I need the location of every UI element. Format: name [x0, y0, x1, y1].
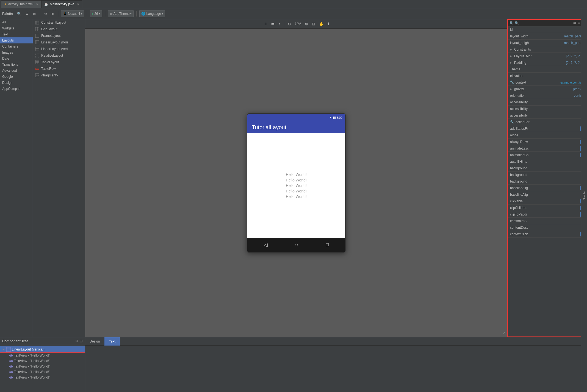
sidebar-item-widgets[interactable]: Widgets: [0, 25, 33, 31]
tree-item-label: TextView - "Hello World!": [14, 376, 50, 379]
nav-back-button[interactable]: ◁: [264, 242, 268, 248]
language-dropdown[interactable]: 🌐 Language ▾: [139, 10, 165, 17]
prop-row: Theme: [508, 66, 586, 73]
bottom-tabs-area: Design Text: [85, 337, 587, 392]
search-gear-button[interactable]: ⚙: [577, 21, 581, 25]
hello-text-3: Hello World!: [286, 183, 307, 188]
settings-button[interactable]: ⚙: [24, 10, 30, 17]
resize-handle[interactable]: ↙: [502, 330, 506, 335]
search-settings-button[interactable]: ⇄: [573, 21, 576, 25]
tab-close-btn[interactable]: ✕: [36, 3, 38, 6]
list-item[interactable]: </> <fragment>: [33, 72, 85, 79]
sidebar-item-text[interactable]: Text: [0, 31, 33, 37]
sidebar-item-advanced[interactable]: Advanced: [0, 68, 33, 74]
tree-settings-btn[interactable]: ⚙: [75, 339, 79, 343]
tab-mainactivity[interactable]: ☕ MainActivity.java ✕: [41, 0, 82, 8]
list-item[interactable]: TableLayout: [33, 59, 85, 65]
svg-rect-9: [35, 40, 39, 44]
sidebar-item-images[interactable]: Images: [0, 49, 33, 56]
expand-icon[interactable]: ▶: [510, 61, 512, 64]
separator-5: [136, 11, 137, 16]
nav-recents-button[interactable]: □: [326, 242, 329, 248]
prop-row: alpha: [508, 132, 586, 139]
pause-button[interactable]: ⏸: [262, 21, 269, 27]
tree-item-tv1[interactable]: Ab TextView - "Hello World!": [0, 353, 85, 358]
list-item[interactable]: ConstraintLayout: [33, 19, 85, 26]
theme-button[interactable]: ◈: [50, 10, 55, 17]
prop-name-contentdesc: contentDesc: [510, 226, 584, 230]
zoom-in-button[interactable]: ⊕: [303, 21, 309, 27]
fit-button[interactable]: ⊡: [311, 21, 317, 27]
theme-label: AppTheme: [113, 12, 130, 16]
tree-arrow-icon: ▼: [2, 348, 5, 351]
pan-button[interactable]: ✋: [318, 21, 325, 27]
sidebar-item-layouts[interactable]: Layouts: [0, 37, 33, 43]
tree-item-tv2[interactable]: Ab TextView - "Hello World!": [0, 358, 85, 364]
expand-icon[interactable]: ▶: [510, 48, 512, 51]
expand-button[interactable]: ⊞: [32, 10, 37, 17]
list-item[interactable]: RelativeLayout: [33, 52, 85, 59]
prop-name-contextclick: contextClick: [510, 232, 580, 236]
item-label: GridLayout: [41, 27, 57, 31]
list-item[interactable]: GridLayout: [33, 26, 85, 32]
device-dropdown[interactable]: 📱 Nexus 4 ▾: [61, 10, 84, 17]
zoom-out-button[interactable]: ⊖: [286, 21, 292, 27]
java-icon: ☕: [44, 2, 48, 6]
tab-activity-main[interactable]: ✦ activity_main.xml ✕: [1, 0, 41, 8]
tab-design[interactable]: Design: [85, 337, 104, 346]
tree-expand-btn[interactable]: ⊞: [80, 339, 83, 343]
prop-name-id: id: [510, 28, 584, 32]
prop-value-context[interactable]: example.com.tuto: [560, 81, 584, 84]
ab-icon: Ab: [9, 370, 13, 374]
ab-icon: Ab: [9, 376, 13, 379]
sidebar-item-date[interactable]: Date: [0, 56, 33, 62]
tree-item-root[interactable]: ▼ LinearLayout (vertical): [0, 346, 85, 353]
grid-icon: [35, 27, 40, 31]
gradle-side-panel[interactable]: Gradle: [581, 8, 587, 384]
properties-list: id layout_width match_parent layout_heig…: [508, 26, 586, 336]
swap-button[interactable]: ⇄: [270, 21, 276, 27]
info-button[interactable]: ℹ: [326, 21, 330, 27]
list-item[interactable]: TableRow: [33, 65, 85, 72]
sidebar-item-google[interactable]: Google: [0, 74, 33, 80]
prop-name-accessibility1: accessibility: [510, 100, 584, 104]
search-button[interactable]: 🔍: [16, 10, 23, 17]
prop-row: contextClick −: [508, 231, 586, 238]
list-item[interactable]: FrameLayout: [33, 32, 85, 39]
tab-bar: ✦ activity_main.xml ✕ ☕ MainActivity.jav…: [0, 0, 587, 8]
move-button[interactable]: ↕: [277, 21, 282, 27]
tree-item-tv5[interactable]: Ab TextView - "Hello World!": [0, 375, 85, 380]
prop-row: accessibility: [508, 106, 586, 112]
list-item[interactable]: LinearLayout (vert: [33, 46, 85, 52]
list-item[interactable]: LinearLayout (hori: [33, 39, 85, 46]
api-dropdown[interactable]: ▸ 26 ▾: [90, 10, 102, 17]
prop-row: animationCa −: [508, 152, 586, 158]
search-icon: 🔍: [510, 21, 514, 25]
tree-item-tv4[interactable]: Ab TextView - "Hello World!": [0, 369, 85, 375]
sidebar-item-all[interactable]: All: [0, 19, 33, 25]
item-label: LinearLayout (vert: [41, 47, 68, 51]
sidebar-item-design[interactable]: Design: [0, 80, 33, 86]
expand-icon[interactable]: ▶: [510, 55, 512, 57]
expand-icon[interactable]: ▶: [510, 88, 512, 90]
search-input[interactable]: [515, 21, 572, 25]
orientation-button[interactable]: ⊙: [43, 10, 48, 17]
prop-name-addstates: addStatesFr: [510, 127, 580, 131]
sidebar-item-appcompat[interactable]: AppCompat: [0, 86, 33, 92]
canvas-container[interactable]: ▾ ▮▮ 8:00 TutorialLayout Hello World! He…: [85, 29, 507, 337]
sidebar-item-containers[interactable]: Containers: [0, 43, 33, 49]
tree-item-tv3[interactable]: Ab TextView - "Hello World!": [0, 364, 85, 369]
phone-nav-bar: ◁ ○ □: [247, 238, 345, 252]
tablerow-icon: [35, 67, 40, 71]
svg-rect-8: [35, 34, 39, 38]
linear-h-icon: [35, 40, 40, 45]
nav-home-button[interactable]: ○: [295, 242, 298, 248]
prop-row: ▶ Layout_Mar [?, ?, ?, ?, ?]: [508, 53, 586, 59]
api-chevron: ▾: [99, 12, 100, 15]
prop-name-alwaysdraw: alwaysDraw: [510, 140, 580, 144]
sidebar-item-transitions[interactable]: Transitions: [0, 62, 33, 68]
tab-text[interactable]: Text: [104, 337, 120, 346]
tab-close-btn[interactable]: ✕: [77, 3, 79, 6]
prop-row: clickable −: [508, 198, 586, 205]
theme-dropdown[interactable]: ⊕ AppTheme ▾: [108, 10, 134, 17]
